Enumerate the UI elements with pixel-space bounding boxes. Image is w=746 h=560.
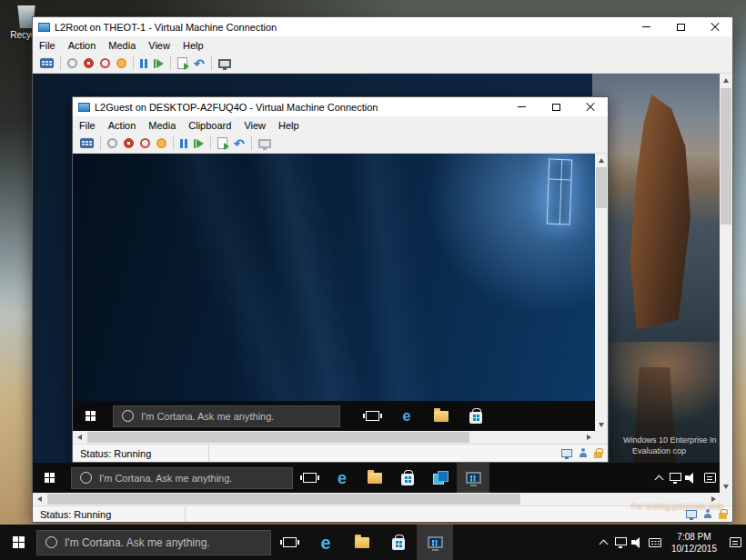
shut-down-icon[interactable] xyxy=(140,138,150,148)
menu-action[interactable]: Action xyxy=(102,120,143,131)
save-vm-icon[interactable] xyxy=(156,138,166,148)
resume-icon[interactable] xyxy=(154,59,164,68)
scrollbar-thumb[interactable] xyxy=(47,494,520,505)
menu-action[interactable]: Action xyxy=(62,40,103,51)
start-button[interactable] xyxy=(0,525,36,560)
close-button[interactable] xyxy=(698,17,732,36)
network-button[interactable] xyxy=(612,525,630,560)
evaluation-watermark: Windows 10 Enterprise In Evaluation cop xyxy=(623,435,718,456)
arrow-left-icon xyxy=(77,435,82,440)
scroll-up-button[interactable] xyxy=(595,154,608,166)
turn-off-icon[interactable] xyxy=(84,58,94,68)
file-explorer-button[interactable] xyxy=(358,463,391,493)
close-button[interactable] xyxy=(573,97,608,116)
edge-icon: e xyxy=(338,470,347,486)
enhanced-session-icon[interactable] xyxy=(218,59,231,68)
action-center-button[interactable] xyxy=(700,463,720,493)
task-view-button[interactable] xyxy=(271,525,307,560)
vmconnect-button[interactable] xyxy=(417,525,453,560)
tray-chevron-button[interactable] xyxy=(595,525,612,560)
tray-chevron-button[interactable] xyxy=(650,463,667,493)
volume-button[interactable] xyxy=(683,463,700,493)
edge-button[interactable]: e xyxy=(307,525,344,560)
hero-window-glow xyxy=(547,159,572,225)
menu-help[interactable]: Help xyxy=(272,120,306,131)
scrollbar-thumb[interactable] xyxy=(87,432,469,443)
scroll-right-button[interactable] xyxy=(582,431,595,444)
cliff-rock xyxy=(612,95,699,329)
file-explorer-button[interactable] xyxy=(424,401,459,431)
shut-down-icon[interactable] xyxy=(100,58,110,68)
clock[interactable]: 7:08 PM 10/12/2015 xyxy=(664,531,724,555)
action-center-button[interactable] xyxy=(724,525,746,560)
store-button[interactable] xyxy=(391,463,424,493)
maximize-button[interactable] xyxy=(663,17,698,36)
host-taskbar: I'm Cortana. Ask me anything. e 7:08 PM … xyxy=(0,525,746,560)
store-button[interactable] xyxy=(380,525,417,560)
ctrl-alt-del-icon[interactable] xyxy=(40,58,54,68)
outer-titlebar[interactable]: L2Root on THEOT-1 - Virtual Machine Conn… xyxy=(33,17,732,36)
minimize-button[interactable] xyxy=(504,97,539,116)
vmconnect-icon xyxy=(428,536,443,548)
cortana-search[interactable]: I'm Cortana. Ask me anything. xyxy=(71,467,293,489)
scrollbar-thumb[interactable] xyxy=(721,88,731,225)
resume-icon[interactable] xyxy=(194,139,204,148)
cortana-search[interactable]: I'm Cortana. Ask me anything. xyxy=(113,405,340,427)
edge-button[interactable]: e xyxy=(389,401,424,431)
menu-help[interactable]: Help xyxy=(176,40,210,51)
scroll-down-button[interactable] xyxy=(595,418,608,431)
menu-clipboard[interactable]: Clipboard xyxy=(182,120,237,131)
menu-view[interactable]: View xyxy=(142,40,176,51)
start-button[interactable] xyxy=(33,463,66,493)
minimize-button[interactable] xyxy=(629,17,663,36)
outer-vertical-scrollbar[interactable] xyxy=(720,74,732,493)
start-vm-icon[interactable] xyxy=(67,58,77,68)
checkpoint-icon[interactable] xyxy=(217,137,227,149)
minimize-icon xyxy=(518,106,526,107)
save-vm-icon[interactable] xyxy=(116,58,126,68)
menu-file[interactable]: File xyxy=(73,120,102,131)
enhanced-session-icon[interactable] xyxy=(258,139,271,148)
menu-view[interactable]: View xyxy=(237,120,272,131)
scroll-down-button[interactable] xyxy=(720,480,732,493)
revert-icon[interactable]: ↶ xyxy=(234,138,245,149)
turn-off-icon[interactable] xyxy=(124,138,134,148)
arrow-down-icon xyxy=(599,423,604,427)
start-button[interactable] xyxy=(73,401,107,431)
ctrl-alt-del-icon[interactable] xyxy=(80,138,94,148)
store-button[interactable] xyxy=(459,401,493,431)
inner-guest-desktop xyxy=(73,154,595,431)
menu-media[interactable]: Media xyxy=(142,120,182,131)
pause-icon[interactable] xyxy=(180,139,187,148)
volume-button[interactable] xyxy=(630,525,647,560)
touch-keyboard-button[interactable] xyxy=(647,525,664,560)
revert-icon[interactable]: ↶ xyxy=(194,58,205,69)
vmconnect-button[interactable] xyxy=(457,463,489,493)
scroll-left-button[interactable] xyxy=(73,431,86,444)
scrollbar-thumb[interactable] xyxy=(596,167,607,208)
inner-horizontal-scrollbar[interactable] xyxy=(73,431,595,444)
pause-icon[interactable] xyxy=(140,59,147,68)
maximize-button[interactable] xyxy=(539,97,573,116)
checkpoint-icon[interactable] xyxy=(177,57,187,69)
edge-icon: e xyxy=(320,534,330,552)
file-explorer-button[interactable] xyxy=(344,525,380,560)
keyboard-icon xyxy=(649,538,661,547)
task-view-button[interactable] xyxy=(355,401,389,431)
inner-vertical-scrollbar[interactable] xyxy=(595,154,608,431)
network-button[interactable] xyxy=(667,463,683,493)
store-icon xyxy=(401,474,414,485)
task-view-icon xyxy=(303,473,317,483)
scroll-left-button[interactable] xyxy=(33,493,45,505)
scroll-up-button[interactable] xyxy=(720,74,732,86)
outer-horizontal-scrollbar[interactable] xyxy=(33,493,720,505)
task-view-button[interactable] xyxy=(293,463,326,493)
menu-file[interactable]: File xyxy=(33,40,62,51)
cortana-search[interactable]: I'm Cortana. Ask me anything. xyxy=(36,530,271,555)
minimize-icon xyxy=(642,26,650,27)
inner-titlebar[interactable]: L2Guest on DESKTOP-A2FUQ4O - Virtual Mac… xyxy=(73,97,608,116)
start-vm-icon[interactable] xyxy=(107,138,117,148)
hyperv-manager-button[interactable] xyxy=(424,463,457,493)
menu-media[interactable]: Media xyxy=(102,40,142,51)
edge-button[interactable]: e xyxy=(326,463,358,493)
